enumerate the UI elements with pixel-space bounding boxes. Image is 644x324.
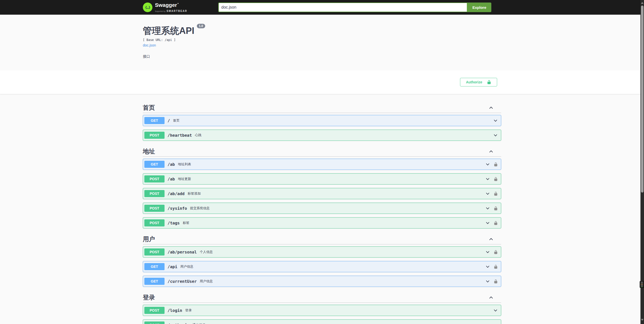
auth-lock-icon[interactable] — [494, 221, 498, 225]
operation-row[interactable]: GET/api用户信息 — [143, 261, 501, 272]
section-title: 用户 — [143, 236, 155, 243]
chevron-down-icon[interactable] — [485, 206, 490, 211]
scrollbar-thumb[interactable] — [641, 6, 643, 193]
auth-lock-icon[interactable] — [494, 206, 498, 211]
method-badge: POST — [144, 248, 165, 256]
chevron-up-icon[interactable] — [489, 105, 494, 110]
operation-summary-bar: POST/heartbeat心跳 — [143, 130, 501, 141]
chevron-down-icon[interactable] — [493, 118, 498, 123]
operation-path[interactable]: /tags — [168, 221, 180, 225]
auth-lock-icon[interactable] — [494, 191, 498, 196]
spec-link[interactable]: doc.json — [143, 43, 156, 48]
operation-summary: 退出登录 — [193, 323, 206, 324]
version-badge: 1.0 — [197, 24, 205, 28]
operation-path[interactable]: /outLogin — [168, 323, 190, 324]
api-section-header[interactable]: 登录 — [143, 292, 501, 303]
api-section-header[interactable]: 首页 — [143, 103, 501, 113]
chevron-down-icon[interactable] — [485, 250, 490, 254]
chevron-down-icon[interactable] — [485, 279, 490, 284]
operation-path[interactable]: /api — [168, 264, 177, 269]
chevron-down-icon[interactable] — [485, 177, 490, 181]
operation-row[interactable]: POST/ab地址更新 — [143, 173, 501, 184]
page-title: 管理系统API1.0 — [143, 25, 501, 36]
operation-row[interactable]: POST/ab/personal个人信息 — [143, 246, 501, 258]
brand-tagline: Supported by SMARTBEAR — [155, 8, 187, 13]
operation-path[interactable]: /currentUser — [168, 279, 197, 284]
operation-summary: 用户信息 — [200, 279, 213, 284]
method-badge: POST — [144, 205, 165, 212]
operations-list: 首页GET/首页POST/heartbeat心跳地址GET/ab地址列表POST… — [138, 94, 506, 324]
operation-path[interactable]: /ab/add — [168, 191, 184, 196]
chevron-down-icon[interactable] — [485, 221, 490, 225]
operation-path[interactable]: / — [168, 118, 170, 123]
operation-summary: 地址列表 — [178, 162, 191, 167]
chevron-down-icon[interactable] — [493, 308, 498, 313]
chevron-up-icon[interactable] — [489, 237, 494, 242]
operation-path[interactable]: /login — [168, 308, 182, 313]
auth-lock-icon[interactable] — [494, 162, 498, 167]
operation-row[interactable]: POST/ab/add标签添加 — [143, 188, 501, 199]
method-badge: GET — [144, 161, 165, 168]
scrollbar-up-arrow[interactable] — [640, 1, 644, 5]
swagger-logo[interactable]: {…} Swagger Supported by SMARTBEAR — [143, 2, 187, 13]
operation-summary: 首页 — [173, 118, 180, 123]
chevron-down-icon[interactable] — [485, 162, 490, 167]
trademark-dot — [178, 3, 178, 4]
operation-row[interactable]: POST/sysinfo提交系统信息 — [143, 203, 501, 214]
chevron-down-icon[interactable] — [485, 191, 490, 196]
operation-summary-bar: GET/首页 — [143, 115, 501, 126]
operation-path[interactable]: /ab — [168, 162, 175, 167]
method-badge: GET — [144, 117, 165, 124]
method-badge: GET — [144, 278, 165, 285]
method-badge: GET — [144, 263, 165, 270]
spec-url-input[interactable] — [218, 3, 467, 12]
method-badge: POST — [144, 132, 165, 139]
swagger-logo-icon: {…} — [143, 3, 152, 12]
chevron-down-icon[interactable] — [485, 264, 490, 269]
auth-lock-icon[interactable] — [494, 264, 498, 269]
operation-row[interactable]: GET/ab地址列表 — [143, 159, 501, 170]
unlock-icon — [487, 80, 491, 85]
method-badge: POST — [144, 190, 165, 197]
operation-summary: 心跳 — [195, 133, 201, 137]
auth-lock-icon[interactable] — [494, 279, 498, 284]
operation-summary-bar: POST/tags标签 — [143, 218, 501, 228]
chevron-down-icon[interactable] — [493, 133, 498, 138]
operation-summary: 标签 — [183, 221, 189, 225]
auth-lock-icon[interactable] — [494, 250, 498, 254]
method-badge: POST — [144, 219, 165, 226]
operation-summary: 个人信息 — [200, 250, 213, 254]
operation-row[interactable]: GET/currentUser用户信息 — [143, 276, 501, 287]
operation-path[interactable]: /ab — [168, 177, 175, 181]
explore-button[interactable]: Explore — [467, 3, 491, 12]
operation-path[interactable]: /sysinfo — [168, 206, 187, 211]
operation-row[interactable]: POST/login登录 — [143, 305, 501, 316]
authorize-label: Authorize — [466, 80, 482, 84]
chevron-down-icon[interactable] — [493, 323, 498, 324]
operation-row[interactable]: GET/首页 — [143, 115, 501, 126]
operation-row[interactable]: POST/heartbeat心跳 — [143, 130, 501, 141]
operation-row[interactable]: POST/tags标签 — [143, 217, 501, 228]
scheme-container: Authorize — [0, 70, 644, 94]
operation-summary-bar: POST/ab/add标签添加 — [143, 188, 501, 199]
scrollbar[interactable] — [640, 0, 644, 324]
auth-lock-icon[interactable] — [494, 177, 498, 181]
operation-summary-bar: GET/currentUser用户信息 — [143, 276, 501, 287]
chevron-up-icon[interactable] — [489, 295, 494, 300]
authorize-button[interactable]: Authorize — [460, 78, 497, 86]
operation-path[interactable]: /heartbeat — [168, 133, 192, 138]
brand-name: Swagger — [155, 2, 187, 8]
operation-summary-bar: POST/sysinfo提交系统信息 — [143, 203, 501, 214]
operation-summary-bar: POST/ab地址更新 — [143, 174, 501, 184]
scrollbar-down-arrow[interactable] — [640, 317, 644, 322]
api-section-header[interactable]: 地址 — [143, 146, 501, 157]
operation-summary-bar: POST/login登录 — [143, 305, 501, 316]
operation-path[interactable]: /ab/personal — [168, 250, 197, 254]
spec-url-form: Explore — [218, 3, 491, 12]
section-title: 首页 — [143, 104, 155, 111]
section-title: 登录 — [143, 294, 155, 301]
api-section-header[interactable]: 用户 — [143, 234, 501, 244]
operation-row[interactable]: POST/outLogin退出登录 — [143, 319, 501, 324]
api-description: 接口 — [143, 54, 501, 59]
chevron-up-icon[interactable] — [489, 149, 494, 154]
